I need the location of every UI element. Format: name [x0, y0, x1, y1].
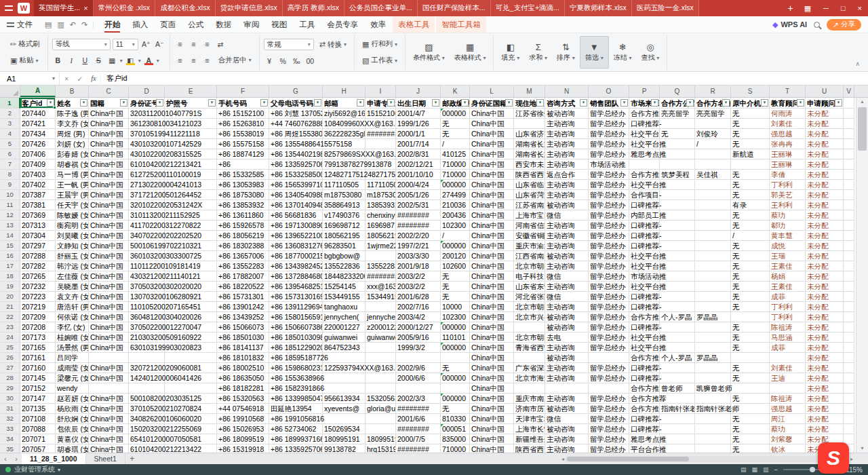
cell[interactable]: 周煜 (男)	[56, 129, 89, 139]
row-number[interactable]: 22	[0, 312, 20, 322]
cell[interactable]: China中国	[470, 434, 514, 444]
cell[interactable]	[129, 383, 165, 394]
cell[interactable]: 留学总经办	[589, 109, 629, 119]
cell[interactable]: 口碑推荐-	[629, 200, 660, 210]
cell[interactable]: 凯狮曾老师	[695, 383, 731, 394]
plugin-label[interactable]: 业财管理系统	[14, 465, 55, 474]
cell[interactable]: 无	[731, 282, 770, 292]
filter-dropdown-icon[interactable]: ▼	[260, 99, 268, 107]
cell[interactable]: 13853932	[366, 200, 396, 210]
cell[interactable]: 000051	[441, 424, 470, 434]
cell[interactable]: 无	[731, 332, 770, 343]
cell[interactable]: 370105200210270824	[129, 404, 165, 414]
cell[interactable]	[844, 241, 854, 251]
cell[interactable]: 口碑推荐-	[629, 292, 660, 302]
cell[interactable]	[323, 373, 366, 383]
cell[interactable]: 口碑推荐-	[629, 363, 660, 373]
cell[interactable]	[844, 231, 854, 241]
cell[interactable]: 无	[731, 221, 770, 231]
cell[interactable]: 合作方推荐	[629, 312, 660, 322]
page-view-icon[interactable]: ▦	[751, 466, 757, 473]
cell[interactable]: 主动咨询	[545, 363, 589, 373]
cell[interactable]: 102300	[441, 312, 470, 322]
horizontal-scroll-thumb[interactable]	[567, 457, 689, 461]
cell[interactable]: 胡睿琪 (女	[56, 444, 89, 453]
cell[interactable]: 上海市宝山区	[514, 210, 545, 221]
cell[interactable]: 200120	[441, 251, 470, 261]
cell[interactable]: 李文乔 (女	[56, 119, 89, 129]
row-number[interactable]: 33	[0, 424, 20, 434]
cell[interactable]: 成菲	[770, 292, 806, 302]
cell[interactable]: xyevents@	[323, 404, 366, 414]
cell[interactable]: China中国	[89, 261, 129, 271]
cell[interactable]: 000000	[441, 322, 470, 332]
cell[interactable]: China中国	[89, 373, 129, 383]
cell[interactable]: China中国	[89, 394, 129, 404]
cell[interactable]: +86 18595187726	[269, 353, 323, 363]
cell[interactable]: 韩泞远 (女	[56, 261, 89, 271]
cell[interactable]	[589, 353, 629, 363]
cell[interactable]	[695, 261, 731, 271]
filter-dropdown-icon[interactable]: ▼	[797, 99, 804, 107]
cell[interactable]: +86 1339985047	[269, 394, 323, 404]
cancel-icon[interactable]: ×	[60, 75, 73, 83]
row-number[interactable]: 3	[0, 119, 20, 129]
cell[interactable]: wendy	[56, 383, 89, 394]
cell[interactable]: 父母电话号码▼	[269, 98, 323, 109]
cell[interactable]: 207426	[20, 139, 56, 149]
cell[interactable]: 口碑推荐-	[629, 221, 660, 231]
cell[interactable]: 王丽琳	[770, 149, 806, 159]
cell[interactable]: 无	[731, 414, 770, 424]
cell[interactable]: 重庆市渝北区	[514, 241, 545, 251]
filter-dropdown-icon[interactable]: ▼	[387, 99, 395, 107]
cell[interactable]: China中国	[470, 424, 514, 434]
sheet-tab[interactable]: Sheet1	[86, 453, 125, 464]
cell[interactable]: v17490376	[323, 210, 366, 221]
cell[interactable]	[589, 383, 629, 394]
cell[interactable]: 邮政编码▼	[441, 98, 470, 109]
cell[interactable]: China中国	[89, 241, 129, 251]
cell[interactable]: +86 56681836	[269, 210, 323, 221]
number-format-select[interactable]: 常规▾	[264, 39, 314, 50]
cell[interactable]	[660, 363, 695, 373]
cell[interactable]	[844, 190, 854, 200]
row-number[interactable]: 23	[0, 322, 20, 332]
cell[interactable]: +86 1971300890	[269, 221, 323, 231]
cell[interactable]: 市场活动推	[629, 271, 660, 282]
wps-ai-button[interactable]: ◆WPS AI	[772, 20, 807, 29]
column-header-S[interactable]: S	[731, 86, 770, 97]
cell[interactable]: 207421	[20, 119, 56, 129]
cell[interactable]	[844, 98, 854, 109]
column-header-F[interactable]: F	[217, 86, 269, 97]
cell[interactable]: +86 1360831276	[269, 241, 323, 251]
menu-item-3[interactable]: 公式	[182, 16, 209, 33]
document-tab[interactable]: 成都公积金.xlsx	[155, 0, 216, 16]
cell[interactable]: +86 15538019	[217, 129, 269, 139]
cell[interactable]: China中国	[470, 383, 514, 394]
cell[interactable]: 被动咨询	[545, 251, 589, 261]
cell[interactable]: China中国	[470, 180, 514, 190]
fill-handle[interactable]	[53, 106, 56, 109]
filter-dropdown-icon[interactable]: ▼	[536, 99, 544, 107]
cell[interactable]: /	[441, 231, 470, 241]
rows-cols-button[interactable]: ▦行和列▾	[359, 38, 401, 50]
cell[interactable]: +86 1372884680	[269, 271, 323, 282]
cell[interactable]: +86 1877000215	[269, 251, 323, 261]
document-tab[interactable]: 国任财产保险样本...	[418, 0, 491, 16]
cell[interactable]: 主动咨询	[545, 394, 589, 404]
row-number[interactable]: 4	[0, 129, 20, 139]
cell[interactable]: 衡宛明 (女	[56, 221, 89, 231]
cell[interactable]: 舒欣娴 (女	[56, 414, 89, 424]
cell[interactable]: 无	[731, 394, 770, 404]
cell[interactable]: 新疆维吾尔自治区	[514, 434, 545, 444]
font-name-select[interactable]: 等线▾	[52, 39, 111, 50]
cell[interactable]	[660, 221, 695, 231]
cell[interactable]: 出生日期▼	[396, 98, 441, 109]
cell[interactable]: 207209	[20, 312, 56, 322]
cell[interactable]: 成悦	[770, 241, 806, 251]
cell[interactable]: +86 13439252	[217, 312, 269, 322]
cell[interactable]: 207208	[20, 322, 56, 332]
font-color-button[interactable]: A	[143, 55, 155, 66]
row-number[interactable]: 12	[0, 210, 20, 221]
cell[interactable]: 207232	[20, 282, 56, 292]
